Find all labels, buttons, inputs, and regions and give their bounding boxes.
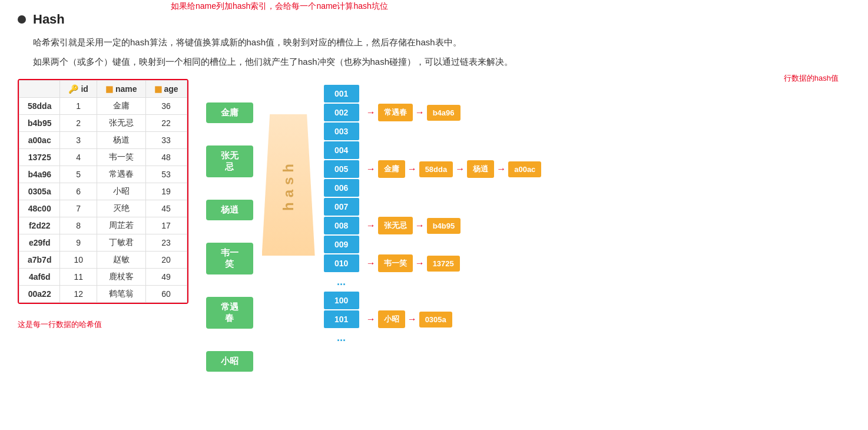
slot-row: ... <box>324 329 542 346</box>
node-box: 常遇春 <box>378 104 413 121</box>
diagram-container: 行数据的hash值 金庸张无忌杨逍韦一笑常遇春小昭 hash 001002→常遇… <box>206 79 850 394</box>
arrow-right-icon: → <box>415 258 425 269</box>
table-row: 00a22 12 鹤笔翁 60 <box>19 286 187 303</box>
slot-row: ... <box>324 273 542 290</box>
slot-box: 006 <box>324 179 359 197</box>
name-cell: 鹤笔翁 <box>97 286 145 303</box>
age-cell: 19 <box>145 183 187 200</box>
node-box: b4a96 <box>427 105 460 121</box>
node-box: 韦一笑 <box>378 254 413 272</box>
hash-cell: b4b95 <box>19 115 60 132</box>
section-title: Hash <box>33 12 65 27</box>
name-cell: 常遇春 <box>97 166 145 183</box>
annotation-top: 如果给name列加hash索引，会给每一个name计算hash坑位 <box>171 1 388 12</box>
hash-cell: 00a22 <box>19 286 60 303</box>
name-cell: 周芷若 <box>97 217 145 234</box>
slot-ellipsis: ... <box>324 273 359 290</box>
name-cell: 金庸 <box>97 98 145 115</box>
funnel-text: hash <box>280 159 297 211</box>
id-cell: 4 <box>60 149 97 166</box>
slot-row: 003 <box>324 123 542 140</box>
table-row: 0305a 6 小昭 19 <box>19 183 187 200</box>
table-container: 🔑id ▦name ▦age 58dda 1 金庸 36 b4b95 2 <box>18 79 188 304</box>
id-cell: 8 <box>60 217 97 234</box>
linked-nodes: →小昭→0305a <box>364 310 452 328</box>
node-box: 金庸 <box>378 160 405 178</box>
slot-box: 010 <box>324 254 359 272</box>
hash-cell: a00ac <box>19 132 60 149</box>
bullet-icon <box>18 15 26 24</box>
node-box: 0305a <box>419 312 452 328</box>
age-cell: 22 <box>145 115 187 132</box>
slot-box: 101 <box>324 310 359 328</box>
name-card: 小昭 <box>206 351 253 372</box>
table-row: a00ac 3 杨道 33 <box>19 132 187 149</box>
name-cell: 鹿杖客 <box>97 269 145 286</box>
funnel-shape: hash <box>262 114 315 256</box>
col-id: 🔑id <box>60 81 97 98</box>
name-cell: 韦一笑 <box>97 149 145 166</box>
slot-row: 010→韦一笑→13725 <box>324 254 542 272</box>
hash-funnel: hash <box>253 114 324 256</box>
table-row: 48c00 7 灭绝 45 <box>19 200 187 217</box>
node-box: 58dda <box>419 161 453 177</box>
slot-row: 002→常遇春→b4a96 <box>324 104 542 121</box>
table-annotation: 这是每一行数据的哈希值 <box>18 319 102 330</box>
name-card: 常遇春 <box>206 297 253 329</box>
id-cell: 1 <box>60 98 97 115</box>
name-cell: 丁敏君 <box>97 234 145 252</box>
slot-box: 003 <box>324 123 359 140</box>
name-cell: 赵敏 <box>97 252 145 269</box>
slot-row: 101→小昭→0305a <box>324 310 542 328</box>
age-cell: 23 <box>145 234 187 252</box>
hash-cell: 0305a <box>19 183 60 200</box>
age-cell: 33 <box>145 132 187 149</box>
name-cell: 张无忌 <box>97 115 145 132</box>
name-card: 杨逍 <box>206 200 253 220</box>
id-cell: 11 <box>60 269 97 286</box>
slot-row: 008→张无忌→b4b95 <box>324 217 542 234</box>
age-cell: 45 <box>145 200 187 217</box>
hash-cell: 13725 <box>19 149 60 166</box>
diagram-inner: 金庸张无忌杨逍韦一笑常遇春小昭 hash 001002→常遇春→b4a96003… <box>206 79 850 394</box>
slot-row: 100 <box>324 292 542 309</box>
section-header: Hash 如果给name列加hash索引，会给每一个name计算hash坑位 <box>18 12 850 27</box>
linked-nodes: →张无忌→b4b95 <box>364 217 461 234</box>
slot-box: 004 <box>324 141 359 159</box>
name-cell: 灭绝 <box>97 200 145 217</box>
id-cell: 3 <box>60 132 97 149</box>
description-2: 如果两个（或多个）键值，映射到一个相同的槽位上，他们就产生了hash冲突（也称为… <box>18 54 850 70</box>
name-card: 韦一笑 <box>206 243 253 274</box>
slot-row: 004 <box>324 141 542 159</box>
node-box: 张无忌 <box>378 217 413 234</box>
slot-ellipsis: ... <box>324 329 359 346</box>
slot-box: 008 <box>324 217 359 234</box>
data-table: 🔑id ▦name ▦age 58dda 1 金庸 36 b4b95 2 <box>19 80 187 303</box>
table-row: a7b7d 10 赵敏 20 <box>19 252 187 269</box>
arrow-right-icon: → <box>455 164 465 174</box>
arrow-right-icon: → <box>366 314 376 325</box>
hash-cell: e29fd <box>19 234 60 252</box>
id-cell: 7 <box>60 200 97 217</box>
arrow-right-icon: → <box>408 164 417 174</box>
age-cell: 20 <box>145 252 187 269</box>
linked-nodes: →常遇春→b4a96 <box>364 104 460 121</box>
slot-box: 002 <box>324 104 359 121</box>
names-col: 金庸张无忌杨逍韦一笑常遇春小昭 <box>206 102 253 394</box>
age-cell: 48 <box>145 149 187 166</box>
name-card: 金庸 <box>206 102 253 123</box>
id-cell: 9 <box>60 234 97 252</box>
id-cell: 6 <box>60 183 97 200</box>
table-row: 4af6d 11 鹿杖客 49 <box>19 269 187 286</box>
slots-col: 001002→常遇春→b4a96003004005→金庸→58dda→杨逍→a0… <box>324 85 542 348</box>
table-row: b4a96 5 常遇春 53 <box>19 166 187 183</box>
main-content: 🔑id ▦name ▦age 58dda 1 金庸 36 b4b95 2 <box>18 79 850 394</box>
slot-box: 007 <box>324 198 359 216</box>
age-cell: 17 <box>145 217 187 234</box>
id-cell: 2 <box>60 115 97 132</box>
arrow-right-icon: → <box>366 107 376 118</box>
node-box: 13725 <box>427 256 460 272</box>
slot-box: 009 <box>324 236 359 253</box>
hash-cell: 48c00 <box>19 200 60 217</box>
name-cell: 小昭 <box>97 183 145 200</box>
